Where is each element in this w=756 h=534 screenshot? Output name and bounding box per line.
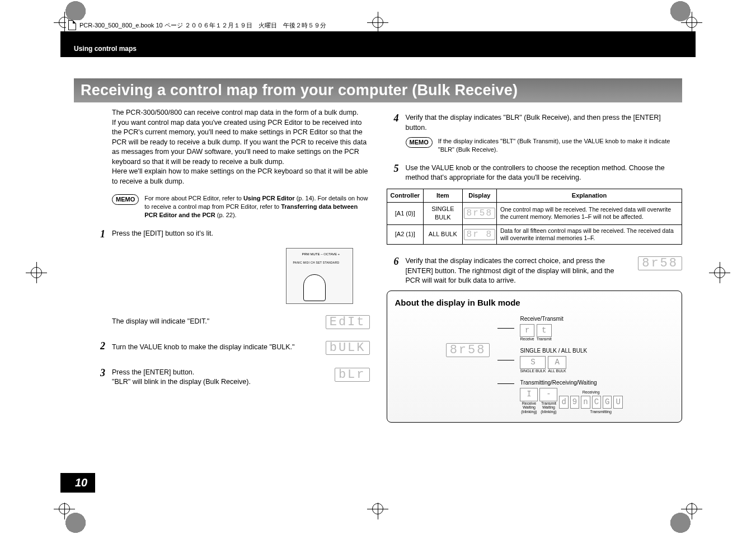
- step-3: 3 Press the [ENTER] button. "BLR" will b…: [93, 366, 370, 387]
- seg-u: U: [613, 396, 622, 409]
- intro-block: The PCR-300/500/800 can receive control …: [112, 108, 370, 186]
- lbl-receiving: Receiving: [583, 390, 600, 395]
- step-2-text: Turn the VALUE knob to make the display …: [112, 343, 294, 353]
- crop-mark: [59, 503, 70, 514]
- step-5: 5 Use the VALUE knob or the controllers …: [387, 162, 683, 183]
- about-display-box: About the display in Bulk mode 8r58 Rece…: [387, 291, 683, 423]
- document-header-info: PCR-300_500_800_e.book 10 ページ ２００６年１２月１９…: [66, 20, 328, 30]
- section-header-bar: Using control maps: [60, 31, 696, 57]
- edit-button-figure: PRM MUTE – OCTAVE + PANIC MIDI CH SET ST…: [286, 248, 353, 304]
- about-row-rt: Receive/Transmit r Receive t Transmit: [497, 315, 622, 341]
- cell-explanation: One control map will be received. The re…: [497, 203, 682, 225]
- memo-text: For more about PCR Editor, refer to Usin…: [144, 194, 369, 219]
- about-row-status: Transmitting/Receiving/Waiting I Receive…: [497, 379, 622, 414]
- step-1-result: The display will indicate "EDIT." EdIt: [112, 315, 370, 329]
- display-step6: 8r58: [638, 256, 682, 270]
- step-5-text: Use the VALUE knob or the controllers to…: [406, 162, 683, 183]
- step-number: 2: [93, 339, 105, 353]
- page-frame: Using control maps Receiving a control m…: [60, 31, 696, 503]
- memo-badge: MEMO: [406, 137, 433, 148]
- lbl-all: ALL BULK: [548, 369, 566, 373]
- table-row: [A1 (0)] SINGLE BULK 8r58 One control ma…: [387, 203, 682, 225]
- cell-item: SINGLE BULK: [424, 203, 463, 225]
- lbl-tw: Transmit Waiting (blinking): [539, 401, 557, 414]
- display-about-main: 8r58: [446, 343, 490, 357]
- th-item: Item: [424, 189, 463, 202]
- page-title: Receiving a control map from your comput…: [74, 78, 682, 102]
- about-diagram: 8r58 Receive/Transmit r Receive: [395, 315, 674, 414]
- right-column: 4 Verify that the display indicates "BLR…: [387, 108, 683, 423]
- table-row: [A2 (1)] ALL BULK 8r 8 Data for all fift…: [387, 224, 682, 244]
- step-2: 2 Turn the VALUE knob to make the displa…: [93, 339, 370, 355]
- crop-mark: [714, 267, 725, 278]
- memo-badge: MEMO: [112, 194, 139, 205]
- step-number: 5: [387, 162, 399, 176]
- lbl-transmitting: Transmitting: [590, 410, 612, 414]
- display-bulk: bULK: [326, 341, 370, 355]
- th-controller: Controller: [387, 189, 424, 202]
- fig-label-2: PANIC MIDI CH SET STANDARD: [293, 261, 340, 265]
- lbl-receive: Receive: [520, 337, 534, 341]
- memo-1: MEMO For more about PCR Editor, refer to…: [112, 194, 370, 219]
- step-1: 1 Press the [EDIT] button so it's lit.: [93, 227, 370, 241]
- about-row-sa: SINGLE BULK / ALL BULK S SINGLE BULK A A…: [497, 347, 622, 373]
- step-number: 1: [93, 227, 105, 241]
- seg-s: S: [520, 356, 546, 369]
- step-1b-text: The display will indicate "EDIT.": [112, 317, 314, 327]
- hand-icon: [303, 274, 326, 301]
- about-main-display: 8r58: [446, 315, 490, 357]
- step-number: 6: [387, 255, 399, 269]
- display-blr: bLr: [335, 368, 370, 382]
- step-6-text: Verify that the display indicates the co…: [406, 256, 631, 286]
- seg-dash: -: [539, 388, 557, 401]
- cell-display: 8r58: [462, 203, 496, 225]
- reception-method-table: Controller Item Display Explanation [A1 …: [387, 189, 683, 245]
- seg-t: t: [537, 324, 552, 338]
- section-header-text: Using control maps: [74, 45, 137, 53]
- seg-9: 9: [570, 396, 579, 409]
- table-header-row: Controller Item Display Explanation: [387, 189, 682, 202]
- about-r2-label: SINGLE BULK / ALL BULK: [520, 347, 587, 355]
- seg-g: G: [603, 396, 612, 409]
- step-number: 3: [93, 366, 105, 380]
- th-explanation: Explanation: [497, 189, 682, 202]
- crop-mark: [686, 503, 697, 514]
- seg-n: n: [581, 396, 590, 409]
- step-4: 4 Verify that the display indicates "BLR…: [387, 111, 683, 133]
- intro-p2: If you want control map data you've crea…: [112, 118, 370, 167]
- cell-controller: [A1 (0)]: [387, 203, 424, 225]
- about-r3-label: Transmitting/Receiving/Waiting: [520, 379, 622, 387]
- intro-p3: Here we'll explain how to make settings …: [112, 167, 370, 186]
- step-4-text: Verify that the display indicates "BLR" …: [406, 111, 683, 133]
- content-columns: The PCR-300/500/800 can receive control …: [60, 102, 696, 423]
- display-edit: EdIt: [326, 315, 370, 329]
- crop-mark: [31, 267, 42, 278]
- step-3-text2: "BLR" will blink in the display (Bulk Re…: [112, 377, 251, 387]
- step-body: Press the [EDIT] button so it's lit.: [112, 227, 370, 239]
- seg-c: C: [592, 396, 601, 409]
- about-r1-label: Receive/Transmit: [520, 315, 563, 323]
- lbl-transmit: Transmit: [537, 337, 552, 341]
- cell-item: ALL BULK: [424, 224, 463, 244]
- th-display: Display: [462, 189, 496, 202]
- header-filename: PCR-300_500_800_e.book 10 ページ ２００６年１２月１９…: [79, 21, 326, 30]
- page-icon: [68, 20, 76, 30]
- crop-mark: [686, 17, 697, 28]
- seg-d: d: [559, 396, 568, 409]
- lbl-rw: Receive Waiting (blinking): [520, 401, 538, 414]
- fig-label-1: PRM MUTE – OCTAVE +: [302, 252, 340, 256]
- seg-r: r: [520, 324, 534, 338]
- left-column: The PCR-300/500/800 can receive control …: [74, 108, 370, 423]
- lbl-single: SINGLE BULK: [520, 369, 546, 373]
- cell-display: 8r 8: [462, 224, 496, 244]
- step-3-text1: Press the [ENTER] button.: [112, 368, 251, 378]
- memo-text: If the display indicates "BLT" (Bulk Tra…: [438, 137, 682, 154]
- cell-controller: [A2 (1)]: [387, 224, 424, 244]
- step-6: 6 Verify that the display indicates the …: [387, 255, 683, 286]
- seg-a: A: [548, 356, 566, 369]
- crop-mark: [372, 17, 383, 28]
- page-number: 10: [60, 473, 95, 493]
- intro-p1: The PCR-300/500/800 can receive control …: [112, 108, 370, 118]
- cell-explanation: Data for all fifteen control maps will b…: [497, 224, 682, 244]
- seg-i: I: [520, 388, 538, 401]
